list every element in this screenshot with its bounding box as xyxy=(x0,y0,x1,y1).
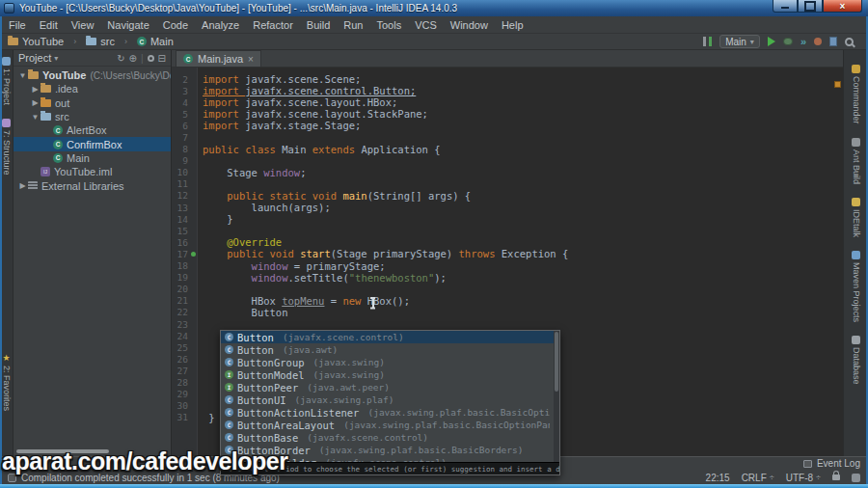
completion-item-2-buttongroup[interactable]: CButtonGroup(javax.swing) xyxy=(221,356,554,368)
expand-arrow-icon[interactable]: ▶ xyxy=(17,181,28,190)
line-number[interactable]: 13 xyxy=(172,203,188,213)
code-line-12[interactable]: 12 public static void main(String[] args… xyxy=(172,190,843,202)
code-line-18[interactable]: 18 window = primaryStage; xyxy=(172,260,843,272)
line-number[interactable]: 31 xyxy=(172,412,188,422)
line-number[interactable]: 3 xyxy=(172,86,188,96)
menu-item-tools[interactable]: Tools xyxy=(369,19,408,31)
code-line-3[interactable]: 3import javafx.scene.control.Button; xyxy=(172,85,843,96)
line-number[interactable]: 26 xyxy=(172,354,188,365)
line-number[interactable]: 5 xyxy=(172,109,188,120)
tree-item-main[interactable]: CMain xyxy=(14,151,171,165)
completion-item-6-buttonactionlistener[interactable]: CButtonActionListener(javax.swing.plaf.b… xyxy=(221,406,554,419)
tree-item-confirmbox[interactable]: CConfirmBox xyxy=(14,137,171,150)
run-line-icon[interactable] xyxy=(188,248,198,259)
completion-item-4-buttonpeer[interactable]: IButtonPeer(java.awt.peer) xyxy=(221,381,554,393)
event-log-button[interactable]: Event Log xyxy=(817,458,860,469)
breadcrumb-src[interactable]: src xyxy=(86,36,115,47)
search-everywhere-button[interactable] xyxy=(845,38,854,46)
line-number[interactable]: 2 xyxy=(172,74,188,85)
inspection-status-icon[interactable] xyxy=(834,81,841,88)
tree-item-external-libraries[interactable]: ▶External Libraries xyxy=(14,178,171,192)
hector-icon[interactable] xyxy=(852,474,860,482)
line-number[interactable]: 11 xyxy=(172,178,188,189)
profiler-button[interactable] xyxy=(814,38,822,45)
maximize-button[interactable] xyxy=(798,0,823,13)
tool-button-maven-projects[interactable]: Maven Projects xyxy=(852,251,861,322)
caret-position[interactable]: 22:15 xyxy=(706,473,730,483)
menu-item-run[interactable]: Run xyxy=(337,19,369,31)
locate-button[interactable]: ⊕ xyxy=(129,53,137,64)
code-line-20[interactable]: 20 xyxy=(172,284,843,295)
collapse-button[interactable]: ⊟ xyxy=(158,53,166,64)
coverage-button[interactable]: » xyxy=(800,36,806,47)
code-line-11[interactable]: 11 xyxy=(172,178,843,190)
completion-item-0-button[interactable]: CButton(javafx.scene.control) xyxy=(221,331,554,343)
menu-item-vcs[interactable]: VCS xyxy=(408,19,444,31)
completion-item-1-button[interactable]: CButton(java.awt) xyxy=(221,343,554,356)
completion-item-3-buttonmodel[interactable]: IButtonModel(javax.swing) xyxy=(221,368,554,381)
code-line-21[interactable]: 21 HBox topMenu = new HBox(); xyxy=(172,295,843,307)
code-line-4[interactable]: 4import javafx.scene.layout.HBox; xyxy=(172,96,843,108)
tool-button-commander[interactable]: Commander xyxy=(852,65,861,124)
expand-arrow-icon[interactable]: ▼ xyxy=(17,71,28,80)
code-line-15[interactable]: 15 xyxy=(172,225,843,236)
line-number[interactable]: 18 xyxy=(172,260,188,271)
tree-item-youtube-iml[interactable]: IJYouTube.iml xyxy=(14,165,171,178)
expand-arrow-icon[interactable]: ▼ xyxy=(30,113,41,122)
project-panel-title[interactable]: Project xyxy=(18,52,51,64)
code-line-10[interactable]: 10 Stage window; xyxy=(172,167,843,178)
menu-item-help[interactable]: Help xyxy=(495,19,530,31)
close-button[interactable] xyxy=(823,0,862,13)
tool-button-ant-build[interactable]: Ant Build xyxy=(852,138,861,184)
scrollbar-thumb[interactable] xyxy=(555,332,558,392)
code-line-22[interactable]: 22 Button xyxy=(172,307,843,318)
run-configuration-select[interactable]: Main ▾ xyxy=(719,35,760,48)
line-number[interactable]: 14 xyxy=(172,214,188,225)
line-number[interactable]: 17 xyxy=(172,249,188,259)
line-number[interactable]: 8 xyxy=(172,144,188,154)
expand-arrow-icon[interactable]: ▶ xyxy=(30,98,41,107)
completion-item-8-buttonbase[interactable]: CButtonBase(javafx.scene.control) xyxy=(221,431,554,444)
line-number[interactable]: 25 xyxy=(172,342,188,353)
line-number[interactable]: 4 xyxy=(172,97,188,108)
tool-button-idetalk[interactable]: IDEtalk xyxy=(852,198,861,237)
code-line-5[interactable]: 5import javafx.scene.layout.StackPane; xyxy=(172,108,843,120)
menu-item-edit[interactable]: Edit xyxy=(33,19,65,31)
close-icon[interactable]: × xyxy=(248,54,254,65)
tool-button-1-project[interactable]: 1: Project xyxy=(2,57,12,105)
run-button[interactable] xyxy=(768,37,775,46)
menu-item-build[interactable]: Build xyxy=(300,19,337,31)
line-number[interactable]: 29 xyxy=(172,389,188,399)
line-number[interactable]: 20 xyxy=(172,284,188,294)
line-number[interactable]: 12 xyxy=(172,190,188,201)
tree-item-youtube[interactable]: ▼YouTube(C:\Users\Bucky\Desktop xyxy=(14,68,171,82)
settings-button[interactable] xyxy=(148,55,154,62)
line-number[interactable]: 23 xyxy=(172,319,188,330)
lock-icon[interactable] xyxy=(832,474,840,480)
debug-button[interactable] xyxy=(783,38,793,45)
code-line-6[interactable]: 6import javafx.stage.Stage; xyxy=(172,120,843,131)
code-line-19[interactable]: 19 window.setTitle("thenewboston"); xyxy=(172,272,843,284)
breadcrumb-youtube[interactable]: YouTube xyxy=(8,36,64,47)
code-line-23[interactable]: 23 xyxy=(172,318,843,330)
menu-item-analyze[interactable]: Analyze xyxy=(195,19,246,31)
line-number[interactable]: 6 xyxy=(172,121,188,131)
code-line-8[interactable]: 8public class Main extends Application { xyxy=(172,144,843,155)
tool-button-7-structure[interactable]: 7: Structure xyxy=(2,119,12,176)
line-number[interactable]: 27 xyxy=(172,366,188,376)
line-number[interactable]: 22 xyxy=(172,307,188,317)
settings-doc-button[interactable] xyxy=(829,37,837,46)
code-line-2[interactable]: 2import javafx.scene.Scene; xyxy=(172,73,843,85)
menu-item-view[interactable]: View xyxy=(65,19,101,31)
line-number[interactable]: 30 xyxy=(172,400,188,411)
tree-item-idea[interactable]: ▶.idea xyxy=(14,82,171,95)
menu-item-code[interactable]: Code xyxy=(156,19,195,31)
menu-item-navigate[interactable]: Navigate xyxy=(100,19,155,31)
line-number[interactable]: 7 xyxy=(172,132,188,143)
completion-item-5-buttonui[interactable]: CButtonUI(javax.swing.plaf) xyxy=(221,393,554,406)
expand-arrow-icon[interactable]: ▶ xyxy=(30,85,41,94)
tool-button-database[interactable]: Database xyxy=(852,336,861,385)
menu-item-window[interactable]: Window xyxy=(444,19,495,31)
sync-button[interactable]: ↻ xyxy=(117,53,124,64)
code-line-9[interactable]: 9 xyxy=(172,155,843,167)
